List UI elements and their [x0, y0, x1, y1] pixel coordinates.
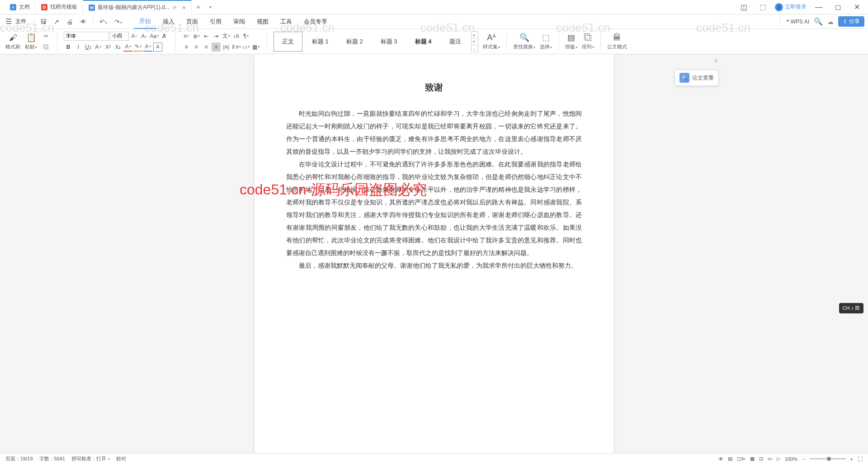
document-page[interactable]: 致谢 时光如同白驹过隙，一晃眼就快要结束四年的忙碌和学习，大学生涯也已经匆匆走到…	[255, 54, 613, 453]
subscript-button[interactable]: X₂	[113, 43, 123, 52]
wps-ai-button[interactable]: ᴬ WPS AI	[787, 19, 809, 25]
increase-indent-icon[interactable]: ⇥	[212, 32, 221, 41]
layout-group[interactable]: ▤ 排版▾	[565, 33, 577, 50]
cut-icon[interactable]: ✂	[42, 32, 51, 41]
view-web-icon[interactable]: ▦	[750, 456, 755, 462]
official-mode-group[interactable]: 🏛 公文模式	[607, 33, 627, 50]
style-h3[interactable]: 标题 3	[373, 32, 406, 51]
maximize-button[interactable]: ◻	[831, 0, 844, 14]
tab-template[interactable]: D 找稻壳模板	[36, 0, 83, 14]
style-caption[interactable]: 题注	[441, 32, 470, 51]
text-effect-button[interactable]: A▾	[143, 43, 152, 52]
menu-tab-start[interactable]: 开始	[134, 14, 156, 29]
proofread-status[interactable]: 校对	[116, 455, 126, 462]
underline-button[interactable]: U▾	[84, 43, 93, 52]
style-h1[interactable]: 标题 1	[304, 32, 337, 51]
char-border-button[interactable]: A	[153, 43, 162, 52]
align-left-icon[interactable]: ≡	[182, 43, 191, 52]
arrange-group[interactable]: ⿻ 排列▾	[582, 33, 594, 50]
view-outline-icon[interactable]: ⊡	[759, 456, 763, 462]
align-justify-icon[interactable]: ≡	[212, 43, 221, 52]
ime-indicator[interactable]: CH ♪ 简	[839, 303, 864, 313]
change-case-icon[interactable]: Aa▾	[150, 32, 159, 41]
decrease-indent-icon[interactable]: ⇤	[202, 32, 211, 41]
line-spacing-icon[interactable]: ⇕≡▾	[231, 43, 241, 52]
fullscreen-icon[interactable]: ⛶	[858, 456, 863, 462]
select-group[interactable]: ⬚ 选择▾	[540, 33, 552, 50]
save-icon[interactable]: 🖫	[38, 18, 49, 25]
zoom-slider[interactable]	[810, 458, 846, 459]
minimize-button[interactable]: —	[812, 0, 826, 14]
border-icon[interactable]: ▦▾	[251, 43, 260, 52]
show-marks-icon[interactable]: ¶▾	[241, 32, 250, 41]
view-eye-icon[interactable]: 👁	[718, 456, 723, 462]
view-nav-icon[interactable]: ◫⊳	[737, 456, 745, 462]
align-center-icon[interactable]: ≡	[192, 43, 201, 52]
redo-icon[interactable]: ↷▾	[112, 18, 125, 25]
menu-tab-review[interactable]: 审阅	[228, 15, 250, 28]
bullet-list-icon[interactable]: ≡▾	[182, 32, 191, 41]
bold-button[interactable]: B	[64, 43, 73, 52]
new-tab-button[interactable]: +	[192, 3, 205, 11]
preview-icon[interactable]: 👁	[77, 18, 89, 25]
font-size-select[interactable]	[110, 32, 129, 41]
zoom-out-button[interactable]: −	[802, 456, 805, 462]
word-count[interactable]: 字数：5041	[39, 455, 65, 462]
menu-tab-tools[interactable]: 工具	[275, 15, 297, 28]
gutter-minimize-icon[interactable]: ≡	[714, 58, 717, 64]
page-indicator[interactable]: 页面：19/19	[5, 455, 33, 462]
file-menu[interactable]: 文件	[15, 18, 26, 25]
view-play-icon[interactable]: ▷	[777, 456, 780, 462]
search-icon[interactable]: 🔍	[814, 17, 823, 26]
distribute-icon[interactable]: |≡|	[222, 43, 231, 52]
paste-group[interactable]: 📋 粘贴▾	[25, 33, 37, 50]
menu-tab-insert[interactable]: 插入	[157, 15, 180, 28]
style-scroll[interactable]: ▴▾⌄	[471, 31, 478, 52]
app-menu-icon[interactable]: ☰	[4, 17, 14, 26]
window-mode-icon[interactable]: ◫	[737, 0, 750, 14]
menu-tab-view[interactable]: 视图	[251, 15, 274, 28]
find-replace-group[interactable]: 🔍 查找替换▾	[513, 33, 535, 50]
format-painter-group[interactable]: 🖌 格式刷	[5, 33, 20, 50]
sort-icon[interactable]: ↕A	[231, 32, 241, 41]
spell-check-status[interactable]: 拼写检查：打开 ▾	[71, 455, 110, 462]
text-direction-icon[interactable]: 文▾	[222, 32, 231, 41]
number-list-icon[interactable]: ≣▾	[192, 32, 201, 41]
italic-button[interactable]: I	[74, 43, 83, 52]
style-h4[interactable]: 标题 4	[407, 32, 440, 51]
document-area[interactable]: 致谢 时光如同白驹过隙，一晃眼就快要结束四年的忙碌和学习，大学生涯也已经匆匆走到…	[0, 54, 868, 453]
close-window-button[interactable]: ✕	[850, 0, 863, 14]
paper-check-button[interactable]: 🔍 论文查重	[675, 70, 719, 86]
style-h2[interactable]: 标题 2	[338, 32, 371, 51]
shading-icon[interactable]: ▭▾	[241, 43, 250, 52]
share-button[interactable]: ⇪ 分享	[838, 16, 864, 27]
increase-font-icon[interactable]: A↑	[130, 32, 139, 41]
strikethrough-button[interactable]: A▾	[94, 43, 103, 52]
undo-icon[interactable]: ↶▾	[97, 18, 110, 25]
align-right-icon[interactable]: ≡	[202, 43, 211, 52]
font-color-button[interactable]: A▾	[123, 43, 132, 52]
copy-icon[interactable]: ⿻	[42, 43, 51, 52]
superscript-button[interactable]: X²	[104, 43, 113, 52]
style-body[interactable]: 正文	[274, 32, 302, 52]
cloud-icon[interactable]: ☁	[827, 18, 834, 25]
login-button[interactable]: 👤 立即登录	[775, 3, 807, 11]
view-page-icon[interactable]: ▤	[728, 456, 732, 462]
decrease-font-icon[interactable]: A↓	[140, 32, 149, 41]
tab-menu-dropdown[interactable]: ▾	[205, 5, 216, 9]
cube-icon[interactable]: ⬚	[756, 0, 769, 14]
tab-current-doc[interactable]: W 最终版-靓丽内蒙古APP(1).d... ⟳ ×	[83, 0, 192, 14]
close-tab-icon[interactable]: ×	[182, 4, 186, 11]
menu-tab-page[interactable]: 页面	[181, 15, 203, 28]
export-icon[interactable]: ↗	[51, 18, 62, 25]
highlight-button[interactable]: ✎▾	[133, 43, 142, 52]
styles-set-group[interactable]: Aᴬ 样式集▾	[483, 33, 500, 50]
font-name-select[interactable]	[64, 32, 109, 41]
tab-documents[interactable]: ≡ 文档	[5, 0, 36, 14]
zoom-in-button[interactable]: +	[850, 456, 853, 462]
print-icon[interactable]: 🖨	[64, 18, 75, 25]
clear-format-icon[interactable]: A̸	[160, 32, 169, 41]
view-read-icon[interactable]: ▭	[768, 456, 772, 462]
refresh-icon[interactable]: ⟳	[172, 5, 177, 11]
menu-tab-member[interactable]: 会员专享	[298, 15, 333, 28]
